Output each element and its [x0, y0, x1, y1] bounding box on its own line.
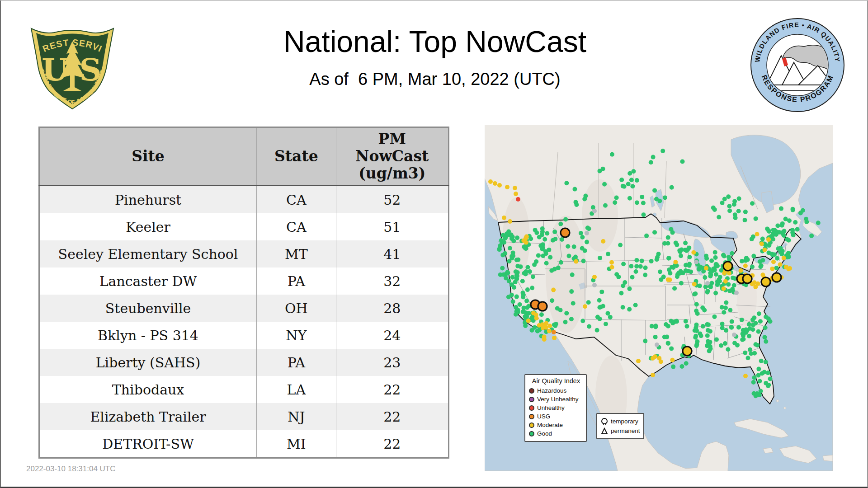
monitor-dot [514, 269, 518, 274]
monitor-dot [531, 311, 536, 315]
aqi-legend-label: Very Unhealthy [537, 396, 579, 403]
monitor-dot [658, 270, 662, 274]
monitor-dot [780, 223, 784, 228]
site-cell: DETROIT-SW [39, 430, 257, 458]
monitor-dot [608, 315, 613, 319]
monitor-dot [598, 256, 602, 260]
monitor-dot [655, 257, 659, 262]
monitor-dot [766, 316, 771, 321]
monitor-dot [525, 265, 530, 270]
table-row: Bklyn - PS 314NY24 [39, 322, 449, 349]
table-row: Lancaster DWPA32 [39, 267, 449, 295]
monitor-dot [694, 342, 699, 347]
monitor-dot [522, 305, 526, 310]
table-row: Liberty (SAHS)PA23 [39, 349, 449, 376]
monitor-dot [539, 312, 544, 317]
monitor-dot [614, 272, 619, 277]
monitor-dot [649, 160, 653, 164]
monitor-dot [754, 216, 758, 221]
monitor-dot [774, 266, 779, 270]
monitor-dot [498, 244, 502, 248]
monitor-dot [602, 182, 607, 187]
monitor-dot [746, 356, 750, 360]
monitor-dot [743, 218, 747, 222]
monitor-dot [775, 256, 779, 261]
monitor-dot [614, 196, 619, 200]
monitor-dot [586, 300, 591, 305]
monitor-dot [760, 371, 764, 376]
monitor-dot [573, 187, 577, 192]
monitor-dot [712, 314, 717, 319]
monitor-dot [750, 201, 755, 206]
monitor-dot [763, 248, 767, 252]
monitor-dot [711, 206, 716, 210]
pm-nowcast-cell: 22 [336, 403, 448, 430]
monitor-dot [642, 212, 646, 217]
monitor-dot [643, 266, 648, 270]
monitor-dot [669, 227, 673, 231]
top-nowcast-table: Site State PM NowCast (ug/m3) PinehurstC… [38, 127, 449, 459]
monitor-dot [488, 179, 493, 184]
monitor-dot [662, 241, 667, 246]
monitor-dot [732, 199, 737, 204]
monitor-dot [634, 258, 639, 263]
monitor-dot [693, 328, 697, 333]
aqi-legend-item: Very Unhealthy [529, 395, 583, 404]
monitor-dot [766, 371, 770, 375]
monitor-dot [758, 319, 763, 324]
monitor-dot [704, 256, 709, 261]
monitor-dot [766, 228, 771, 233]
monitor-dot [520, 279, 525, 283]
pm-nowcast-cell: 22 [336, 376, 448, 403]
monitor-dot [640, 195, 644, 199]
monitor-dot [668, 271, 672, 276]
monitor-dot [709, 258, 714, 263]
monitor-dot [673, 260, 678, 264]
monitor-dot [714, 272, 718, 277]
monitor-dot [533, 325, 537, 330]
monitor-dot [672, 319, 677, 324]
monitor-dot [759, 359, 764, 363]
monitor-dot [609, 260, 614, 265]
monitor-dot [660, 149, 665, 153]
monitor-dot [514, 258, 519, 262]
monitor-dot [750, 318, 755, 322]
monitor-dot [621, 262, 626, 266]
monitor-dot [640, 258, 644, 263]
monitor-dot [601, 304, 605, 309]
monitor-dot [684, 361, 689, 366]
monitor-dot [653, 354, 657, 359]
monitor-dot [653, 335, 658, 339]
aqi-color-dot-icon [529, 397, 534, 402]
monitor-dot [687, 255, 692, 259]
monitor-dot [705, 322, 709, 327]
monitor-dot [509, 256, 514, 260]
aqi-legend-label: Moderate [537, 422, 563, 428]
monitor-dot [692, 292, 697, 296]
monitor-dot [744, 328, 748, 332]
monitor-dot [556, 266, 561, 270]
monitor-dot [580, 319, 585, 323]
monitor-dot [773, 231, 778, 236]
monitor-dot [626, 182, 631, 186]
monitor-dot [553, 324, 557, 328]
aqi-legend-item: Hazardous [529, 386, 583, 395]
monitor-dot [606, 252, 610, 256]
monitor-dot [651, 373, 655, 377]
column-header-site: Site [39, 127, 257, 186]
aqi-color-dot-icon [529, 388, 534, 394]
monitor-dot [764, 360, 768, 364]
monitor-dot [653, 324, 658, 329]
monitor-dot [515, 307, 520, 312]
monitor-dot [698, 265, 703, 269]
monitor-dot [563, 320, 568, 324]
pm-nowcast-cell: 52 [336, 186, 448, 214]
monitor-dot [643, 339, 647, 343]
monitor-dot [795, 227, 800, 232]
monitor-dot [513, 186, 517, 190]
monitor-dot [552, 330, 556, 334]
monitor-dot [747, 334, 751, 338]
monitor-dot [650, 324, 654, 328]
monitor-dot [694, 260, 698, 264]
monitor-dot [583, 304, 587, 309]
